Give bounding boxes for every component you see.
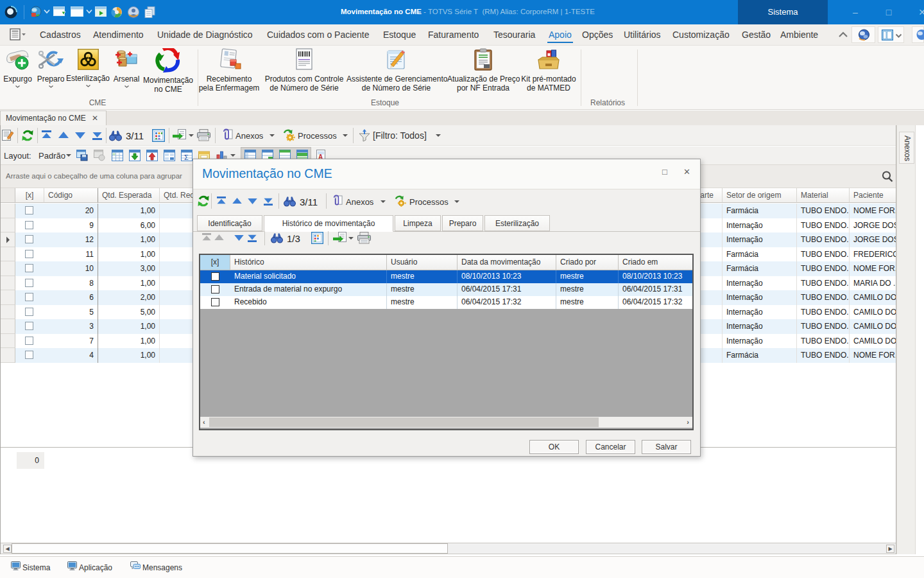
- svg-text:Σ: Σ: [184, 153, 189, 161]
